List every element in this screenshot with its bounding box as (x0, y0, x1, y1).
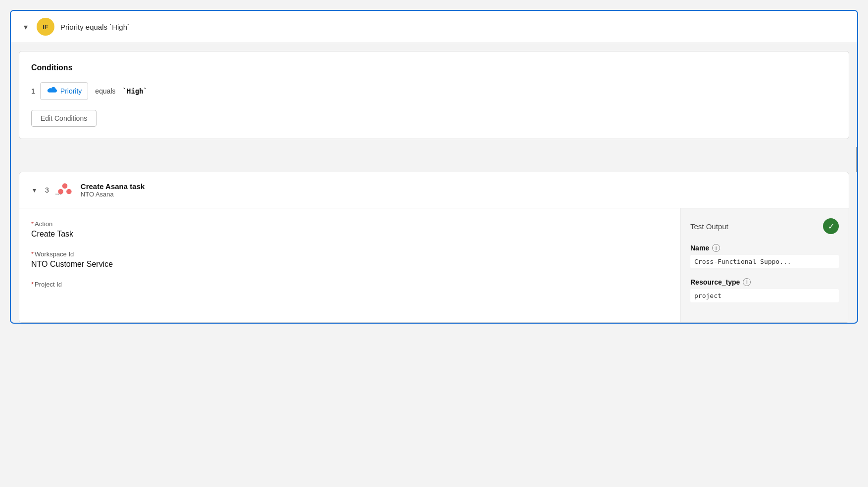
output-name-field: Name i Cross-Functional Suppo... (690, 244, 839, 268)
asana-task-title: Create Asana task (81, 182, 145, 191)
test-output-label: Test Output (690, 222, 728, 231)
condition-value: `High` (123, 87, 148, 95)
action-label: *Action (31, 220, 668, 228)
step-number: 3 (45, 186, 49, 194)
condition-field-name: Priority (60, 87, 82, 95)
output-resource-type-field: Resource_type i project (690, 278, 839, 302)
conditions-card: Conditions 1 Priority equals `High` Edit… (19, 51, 849, 139)
if-chevron-icon[interactable]: ▾ (21, 22, 31, 32)
condition-row: 1 Priority equals `High` (31, 82, 837, 100)
output-resource-type-label: Resource_type i (690, 278, 839, 286)
salesforce-cloud-icon (47, 86, 57, 97)
project-label: *Project Id (31, 281, 668, 288)
condition-field-pill[interactable]: Priority (40, 82, 89, 100)
project-field-group: *Project Id (31, 281, 668, 288)
svg-point-2 (58, 189, 63, 195)
condition-number: 1 (31, 87, 35, 95)
asana-chevron-icon[interactable]: ▾ (29, 185, 39, 195)
asana-left-panel: *Action Create Task *Workspace Id NTO Cu… (19, 208, 680, 322)
asana-card: ▾ 3 asana Create Asana task NTO Asana (19, 172, 849, 323)
test-output-header: Test Output ✓ (690, 218, 839, 234)
success-checkmark-icon: ✓ (823, 218, 839, 234)
name-info-icon[interactable]: i (712, 244, 720, 252)
asana-task-subtitle: NTO Asana (81, 191, 145, 198)
workspace-value: NTO Customer Service (31, 260, 668, 269)
workspace-label: *Workspace Id (31, 250, 668, 258)
asana-header: ▾ 3 asana Create Asana task NTO Asana (19, 172, 849, 208)
conditions-heading: Conditions (31, 63, 837, 72)
if-header: ▾ IF Priority equals `High` (11, 11, 857, 43)
output-name-label: Name i (690, 244, 839, 252)
asana-logo-icon: asana (55, 180, 75, 200)
action-field-group: *Action Create Task (31, 220, 668, 239)
if-badge: IF (37, 18, 54, 36)
svg-point-1 (62, 183, 67, 189)
workspace-field-group: *Workspace Id NTO Customer Service (31, 250, 668, 269)
output-name-value: Cross-Functional Suppo... (690, 255, 839, 268)
asana-body: *Action Create Task *Workspace Id NTO Cu… (19, 208, 849, 322)
edit-conditions-button[interactable]: Edit Conditions (31, 110, 96, 127)
svg-point-3 (66, 189, 72, 195)
if-title: Priority equals `High` (60, 23, 130, 31)
test-output-panel: Test Output ✓ Name i Cross-Functional Su… (680, 208, 849, 322)
asana-task-info: Create Asana task NTO Asana (81, 182, 145, 198)
action-value: Create Task (31, 230, 668, 239)
connector-line (856, 147, 857, 172)
condition-operator: equals (95, 87, 115, 95)
resource-type-info-icon[interactable]: i (743, 278, 751, 286)
output-resource-type-value: project (690, 289, 839, 302)
